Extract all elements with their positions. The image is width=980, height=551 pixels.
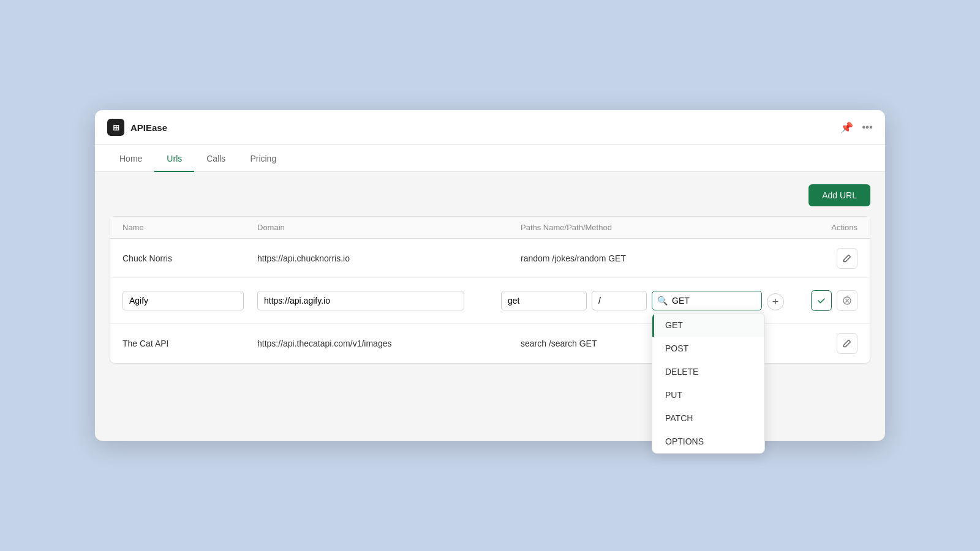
tab-home[interactable]: Home <box>107 145 154 172</box>
pin-icon[interactable]: 📌 <box>840 121 853 134</box>
dropdown-item-put[interactable]: PUT <box>652 383 764 407</box>
cancel-edit-button[interactable] <box>837 290 858 311</box>
domain-input[interactable] <box>257 291 464 310</box>
name-cell <box>123 291 257 310</box>
row-actions <box>784 327 858 360</box>
table-row-editing: 🔍 GET POST DELETE PUT PATCH OPTIONS <box>110 278 870 324</box>
name-input[interactable] <box>123 291 244 310</box>
confirm-edit-button[interactable] <box>811 290 832 311</box>
row-name: The Cat API <box>123 332 257 354</box>
domain-cell <box>257 291 501 310</box>
dropdown-item-post[interactable]: POST <box>652 337 764 360</box>
row-actions <box>784 242 858 275</box>
tab-pricing[interactable]: Pricing <box>238 145 288 172</box>
tab-urls[interactable]: Urls <box>154 145 194 172</box>
nav-bar: Home Urls Calls Pricing <box>95 145 885 172</box>
tab-calls[interactable]: Calls <box>194 145 238 172</box>
method-wrapper: 🔍 GET POST DELETE PUT PATCH OPTIONS <box>652 291 762 310</box>
row-domain: https://api.chucknorris.io <box>257 247 521 269</box>
more-options-icon[interactable]: ••• <box>862 121 873 133</box>
dropdown-item-delete[interactable]: DELETE <box>652 360 764 383</box>
edit-actions <box>784 284 858 317</box>
add-path-button[interactable]: + <box>767 293 784 310</box>
row-name: Chuck Norris <box>123 247 257 269</box>
path-value-input[interactable] <box>592 291 647 310</box>
col-domain: Domain <box>257 223 521 232</box>
edit-button[interactable] <box>837 333 858 354</box>
method-search-icon: 🔍 <box>657 296 668 305</box>
dropdown-item-get[interactable]: GET <box>652 313 764 337</box>
method-dropdown: GET POST DELETE PUT PATCH OPTIONS <box>652 313 765 454</box>
toolbar: Add URL <box>110 184 870 206</box>
edit-button[interactable] <box>837 248 858 269</box>
dropdown-item-options[interactable]: OPTIONS <box>652 430 764 453</box>
paths-cell: 🔍 GET POST DELETE PUT PATCH OPTIONS <box>501 291 784 310</box>
add-url-button[interactable]: Add URL <box>809 184 870 206</box>
table-header: Name Domain Paths Name/Path/Method Actio… <box>110 217 870 239</box>
col-paths: Paths Name/Path/Method <box>521 223 784 232</box>
col-name: Name <box>123 223 257 232</box>
col-actions: Actions <box>784 223 858 232</box>
dropdown-item-patch[interactable]: PATCH <box>652 407 764 430</box>
urls-table: Name Domain Paths Name/Path/Method Actio… <box>110 216 870 364</box>
path-name-input[interactable] <box>501 291 587 310</box>
row-paths: random /jokes/random GET <box>521 247 784 269</box>
app-title: APIEase <box>130 122 167 133</box>
row-domain: https://api.thecatapi.com/v1/images <box>257 332 521 354</box>
table-row: Chuck Norris https://api.chucknorris.io … <box>110 239 870 278</box>
app-icon: ⊞ <box>107 119 124 136</box>
method-input[interactable] <box>652 291 762 310</box>
